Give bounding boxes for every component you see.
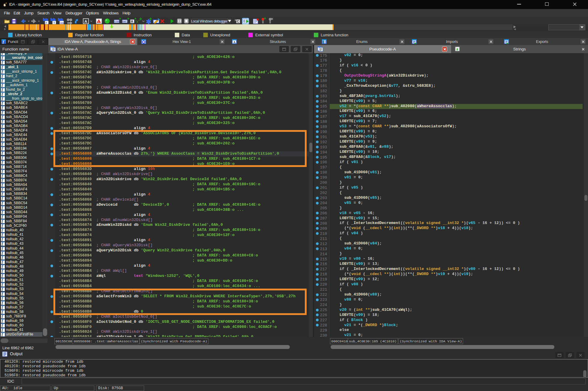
svg-text:A: A bbox=[84, 19, 87, 24]
svg-text:#: # bbox=[46, 21, 47, 24]
svg-text:!: ! bbox=[99, 20, 99, 23]
svg-text:A: A bbox=[131, 20, 133, 23]
svg-text:A: A bbox=[233, 41, 236, 44]
svg-text:DAT: DAT bbox=[123, 20, 127, 23]
svg-text:C: C bbox=[244, 20, 246, 23]
svg-text:C: C bbox=[237, 20, 239, 23]
svg-text:‘s’: ‘s’ bbox=[135, 19, 140, 24]
svg-text:COD: COD bbox=[114, 20, 119, 23]
svg-text:T: T bbox=[53, 21, 55, 24]
svg-text:101: 101 bbox=[60, 22, 64, 24]
